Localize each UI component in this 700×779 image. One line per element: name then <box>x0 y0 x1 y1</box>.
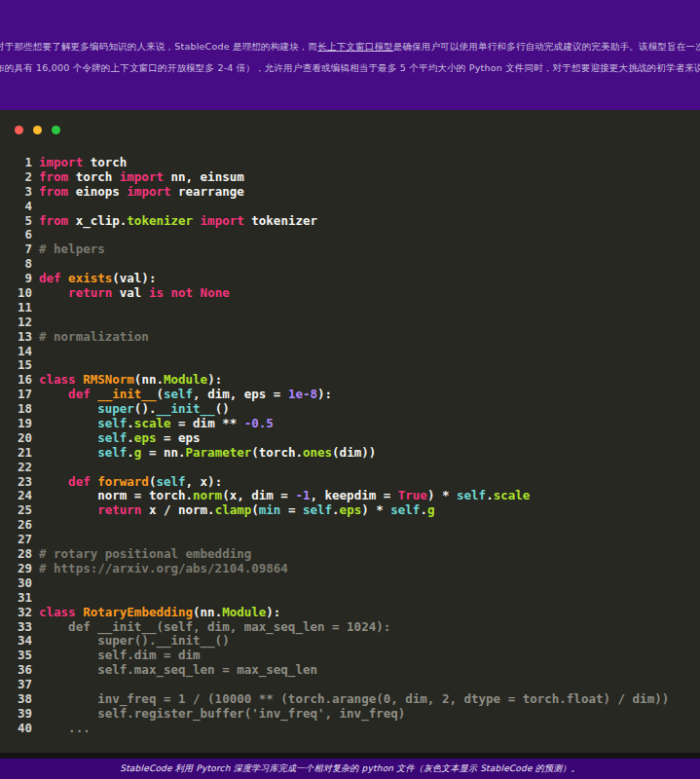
code-line: 35 self.dim = dim <box>0 649 700 663</box>
line-number: 1 <box>0 156 32 170</box>
code-area: 1import torch2from torch import nn, eins… <box>0 156 700 736</box>
code-line: 8 <box>0 257 700 272</box>
code-line: 31 <box>0 591 700 606</box>
line-content: super().__init__() <box>32 402 230 417</box>
line-number: 2 <box>0 170 32 185</box>
line-content: self.max_seq_len = max_seq_len <box>32 663 317 678</box>
line-content <box>32 591 39 606</box>
code-line: 6 <box>0 228 700 242</box>
line-content <box>32 315 39 330</box>
line-number: 26 <box>0 518 32 533</box>
code-line: 27 <box>0 533 700 547</box>
code-line: 16class RMSNorm(nn.Module): <box>0 373 700 388</box>
line-content: class RMSNorm(nn.Module): <box>32 373 222 388</box>
code-line: 32class RotaryEmbedding(nn.Module): <box>0 606 700 620</box>
line-number: 34 <box>0 634 32 649</box>
code-line: 20 self.eps = eps <box>0 431 700 446</box>
line-number: 8 <box>0 257 32 272</box>
line-number: 36 <box>0 663 32 678</box>
line-number: 5 <box>0 214 32 229</box>
article-paragraph: 对于那些想要了解更多编码知识的人来说，StableCode 是理想的构建块，而长… <box>0 36 700 79</box>
line-number: 4 <box>0 200 32 214</box>
code-line: 38 inv_freq = 1 / (10000 ** (torch.arang… <box>0 692 700 707</box>
line-number: 14 <box>0 345 32 359</box>
line-content: def forward(self, x): <box>32 475 222 490</box>
code-line: 30 <box>0 576 700 591</box>
line-number: 39 <box>0 707 32 722</box>
line-content: import torch <box>32 156 127 170</box>
line-content: ... <box>32 722 91 736</box>
line-number: 9 <box>0 272 32 286</box>
line-content <box>32 301 39 315</box>
banner-text-line-2: 布的具有 16,000 个令牌的上下文窗口的开放模型多 2-4 倍），允许用户查… <box>0 57 700 79</box>
line-content: def __init__(self, dim, eps = 1e-8): <box>32 388 332 402</box>
window-controls <box>0 110 700 135</box>
line-number: 23 <box>0 475 32 490</box>
line-content: return val is not None <box>32 286 230 301</box>
article-banner: 对于那些想要了解更多编码知识的人来说，StableCode 是理想的构建块，而长… <box>0 0 700 110</box>
code-line: 36 self.max_seq_len = max_seq_len <box>0 663 700 678</box>
line-content: class RotaryEmbedding(nn.Module): <box>32 606 280 620</box>
line-content: self.register_buffer('inv_freq', inv_fre… <box>32 707 405 722</box>
line-number: 20 <box>0 431 32 446</box>
line-number: 12 <box>0 315 32 330</box>
line-number: 18 <box>0 402 32 417</box>
banner-text-line-1: 对于那些想要了解更多编码知识的人来说，StableCode 是理想的构建块，而长… <box>0 36 700 57</box>
code-line: 3from einops import rearrange <box>0 185 700 200</box>
line-content: self.eps = eps <box>32 431 201 446</box>
line-number: 10 <box>0 286 32 301</box>
code-line: 17 def __init__(self, dim, eps = 1e-8): <box>0 388 700 402</box>
code-line: 34 super().__init__() <box>0 634 700 649</box>
line-content: # normalization <box>32 330 149 345</box>
line-content: from x_clip.tokenizer import tokenizer <box>32 214 317 229</box>
line-number: 29 <box>0 562 32 576</box>
line-content <box>32 228 39 242</box>
caption-bar: StableCode 利用 Pytorch 深度学习库完成一个相对复杂的 pyt… <box>0 759 700 779</box>
line-content: norm = torch.norm(x, dim = -1, keepdim =… <box>32 489 530 503</box>
line-content: from einops import rearrange <box>32 185 244 200</box>
line-number: 31 <box>0 591 32 606</box>
code-line: 39 self.register_buffer('inv_freq', inv_… <box>0 707 700 722</box>
line-content <box>32 576 39 591</box>
line-content: from torch import nn, einsum <box>32 170 244 185</box>
line-number: 21 <box>0 446 32 461</box>
line-number: 13 <box>0 330 32 345</box>
line-content: # helpers <box>32 242 105 257</box>
code-line: 7# helpers <box>0 242 700 257</box>
line-number: 37 <box>0 678 32 692</box>
line-number: 38 <box>0 692 32 707</box>
line-number: 27 <box>0 533 32 547</box>
line-number: 7 <box>0 242 32 257</box>
zoom-window-icon[interactable] <box>52 126 60 134</box>
line-content: self.g = nn.Parameter(torch.ones(dim)) <box>32 446 376 461</box>
line-number: 24 <box>0 489 32 503</box>
line-content <box>32 518 39 533</box>
line-content: # https://arxiv.org/abs/2104.09864 <box>32 562 288 576</box>
figure-caption: StableCode 利用 Pytorch 深度学习库完成一个相对复杂的 pyt… <box>120 762 580 775</box>
line-number: 17 <box>0 388 32 402</box>
code-line: 5from x_clip.tokenizer import tokenizer <box>0 214 700 229</box>
line-content: return x / norm.clamp(min = self.eps) * … <box>32 503 434 518</box>
code-line: 10 return val is not None <box>0 286 700 301</box>
line-number: 32 <box>0 606 32 620</box>
close-window-icon[interactable] <box>15 126 23 134</box>
minimize-window-icon[interactable] <box>33 126 42 134</box>
code-line: 14 <box>0 345 700 359</box>
code-line: 13# normalization <box>0 330 700 345</box>
page: 对于那些想要了解更多编码知识的人来说，StableCode 是理想的构建块，而长… <box>0 0 700 779</box>
line-content <box>32 257 39 272</box>
code-line: 37 <box>0 678 700 692</box>
line-content <box>32 200 39 214</box>
code-line: 18 super().__init__() <box>0 402 700 417</box>
code-line: 15 <box>0 358 700 373</box>
line-content: def __init__(self, dim, max_seq_len = 10… <box>32 620 390 635</box>
line-content: self.scale = dim ** -0.5 <box>32 417 274 431</box>
code-line: 29# https://arxiv.org/abs/2104.09864 <box>0 562 700 576</box>
context-window-model-link[interactable]: 长上下文窗口模型 <box>317 41 393 52</box>
code-line: 19 self.scale = dim ** -0.5 <box>0 417 700 431</box>
line-content: # rotary positional embedding <box>32 547 251 562</box>
line-number: 15 <box>0 358 32 373</box>
line-number: 35 <box>0 649 32 663</box>
code-line: 26 <box>0 518 700 533</box>
code-line: 23 def forward(self, x): <box>0 475 700 490</box>
